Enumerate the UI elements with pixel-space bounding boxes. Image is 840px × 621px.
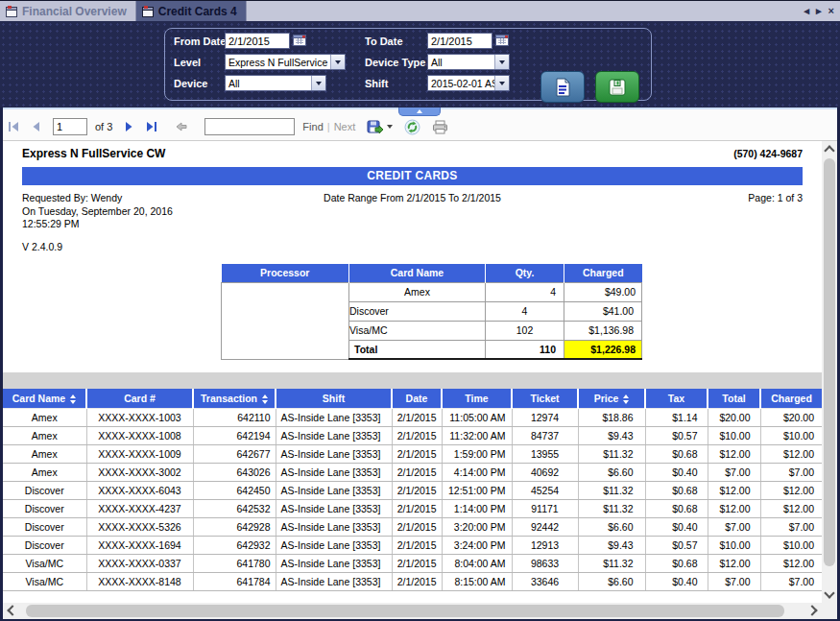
report-window-icon	[142, 6, 155, 17]
run-report-button[interactable]	[540, 71, 585, 103]
column-label: Date	[406, 393, 428, 404]
cell: 92442	[512, 517, 578, 536]
cell: AS-Inside Lane [3353]	[276, 481, 392, 499]
cell: 642532	[193, 499, 276, 517]
export-button[interactable]	[367, 120, 393, 134]
chevron-down-icon[interactable]	[311, 76, 325, 90]
chevron-down-icon[interactable]	[494, 76, 509, 90]
device-type-label: Device Type	[365, 57, 425, 68]
level-label: Level	[174, 57, 201, 68]
cell: $10.00	[760, 426, 822, 444]
cell: XXXX-XXXX-3002	[86, 463, 193, 481]
cell: $0.68	[645, 499, 708, 517]
cell: Visa/MC	[3, 572, 86, 590]
cell: 2/1/2015	[392, 499, 442, 517]
device-type-value: All	[428, 55, 494, 69]
transaction-row: Visa/MCXXXX-XXXX-8148641784AS-Inside Lan…	[3, 572, 822, 590]
sort-icon[interactable]	[262, 394, 268, 404]
cell: Discover	[3, 536, 86, 554]
find-link[interactable]: Find	[302, 121, 323, 132]
cell: Amex	[3, 444, 86, 463]
cell: 642194	[193, 426, 276, 444]
tab-label: Financial Overview	[22, 5, 127, 18]
requested-time: 12:55:29 PM	[22, 218, 803, 231]
report-viewport: Express N FullService CW (570) 424-9687 …	[3, 141, 822, 603]
transactions-table: Card NameCard #TransactionShiftDateTimeT…	[3, 389, 822, 591]
detail-column-header: Date	[392, 389, 442, 408]
level-select[interactable]: Express N FullService CW	[225, 54, 346, 70]
cell: $11.32	[578, 554, 645, 572]
cell: XXXX-XXXX-1003	[86, 408, 193, 426]
device-select[interactable]: All	[225, 75, 326, 91]
tab-scroll-right-icon[interactable]: ▸	[816, 4, 822, 17]
version-label: V 2.4.0.9	[22, 241, 822, 252]
requested-on: On Tuesday, September 20, 2016	[22, 205, 803, 219]
cell: Visa/MC	[3, 554, 86, 572]
cell: $0.68	[645, 554, 708, 572]
save-button[interactable]	[595, 71, 639, 103]
search-input[interactable]	[204, 118, 295, 135]
calendar-icon[interactable]	[495, 34, 509, 46]
back-to-parent-button[interactable]	[176, 121, 188, 132]
tab-scroll-left-icon[interactable]: ◂	[804, 4, 810, 17]
tab-close-icon[interactable]: ×	[828, 4, 834, 17]
scroll-left-icon[interactable]	[7, 605, 17, 615]
device-value: All	[226, 76, 311, 90]
cell: $7.00	[760, 463, 822, 481]
vertical-scrollbar[interactable]	[822, 141, 837, 603]
shift-select[interactable]: 2015-02-01 AS-In	[427, 75, 510, 91]
cell: $7.00	[708, 463, 760, 481]
refresh-button[interactable]	[404, 119, 420, 135]
sort-icon[interactable]	[70, 394, 76, 404]
device-type-select[interactable]: All	[427, 54, 510, 70]
shift-label: Shift	[365, 78, 388, 89]
cell: 642932	[193, 536, 276, 554]
cell: XXXX-XXXX-1008	[86, 426, 193, 444]
to-date-input[interactable]: 2/1/2015	[427, 33, 492, 49]
print-button[interactable]	[432, 120, 448, 134]
first-page-button[interactable]	[8, 121, 20, 132]
summary-total-cell: $1,226.98	[564, 340, 642, 359]
cell: XXXX-XXXX-5326	[86, 517, 193, 536]
summary-total-cell: Total	[349, 340, 486, 359]
calendar-icon[interactable]	[293, 34, 306, 46]
cell: 33646	[512, 572, 578, 590]
page-number-input[interactable]	[53, 118, 87, 135]
scroll-up-icon[interactable]	[824, 145, 834, 155]
cell: $6.60	[578, 517, 645, 536]
scroll-right-icon[interactable]	[806, 605, 817, 615]
horizontal-scrollbar[interactable]	[3, 603, 822, 619]
export-dropdown-caret[interactable]	[387, 125, 393, 129]
report-window-icon	[6, 6, 18, 17]
chevron-down-icon[interactable]	[494, 55, 509, 69]
cell: $11.32	[578, 444, 645, 463]
summary-cell: Discover	[349, 301, 486, 321]
page-indicator: Page: 1 of 3	[748, 192, 803, 205]
horizontal-scroll-thumb[interactable]	[26, 605, 784, 617]
from-date-input[interactable]: 2/1/2015	[225, 33, 290, 49]
vertical-scroll-thumb[interactable]	[824, 158, 835, 566]
find-next-link[interactable]: Next	[334, 121, 356, 132]
detail-column-header[interactable]: Transaction	[193, 389, 276, 408]
phone-number: (570) 424-9687	[733, 148, 803, 159]
cell: AS-Inside Lane [3353]	[276, 572, 392, 590]
cell: 2/1/2015	[392, 536, 442, 554]
last-page-button[interactable]	[145, 121, 157, 132]
next-page-button[interactable]	[123, 121, 135, 132]
chevron-down-icon[interactable]	[330, 55, 345, 69]
detail-column-header[interactable]: Card Name	[3, 389, 86, 408]
cell: 641780	[193, 554, 276, 572]
cell: $1.14	[645, 408, 708, 426]
transaction-row: DiscoverXXXX-XXXX-4237642532AS-Inside La…	[3, 499, 822, 517]
cell: Amex	[3, 463, 86, 481]
cell: AS-Inside Lane [3353]	[276, 499, 392, 517]
cell: XXXX-XXXX-8148	[86, 572, 193, 590]
tab-label: Credit Cards 4	[158, 5, 237, 18]
transaction-row: Visa/MCXXXX-XXXX-0337641780AS-Inside Lan…	[3, 554, 822, 572]
scroll-down-icon[interactable]	[824, 587, 834, 598]
tab-credit-cards[interactable]: Credit Cards 4	[136, 1, 247, 21]
detail-column-header[interactable]: Price	[578, 389, 645, 408]
sort-icon[interactable]	[623, 394, 629, 404]
previous-page-button[interactable]	[30, 121, 42, 132]
tab-financial-overview[interactable]: Financial Overview	[0, 1, 136, 21]
